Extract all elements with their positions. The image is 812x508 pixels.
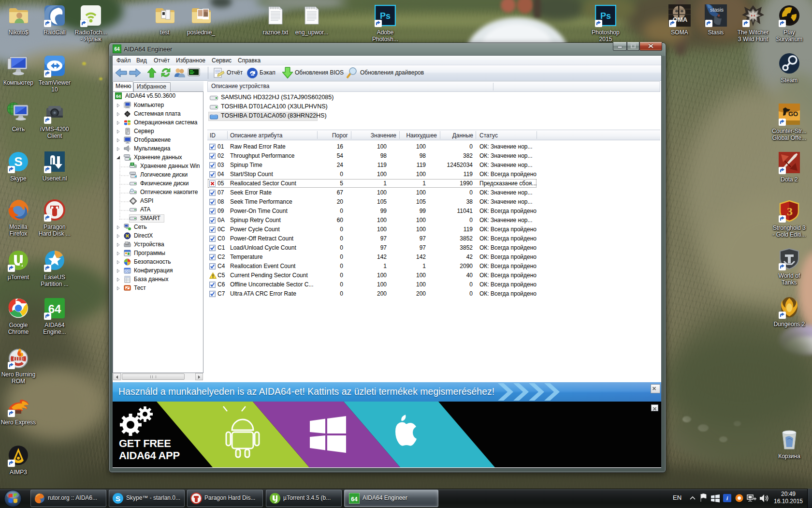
svg-text:S: S [116,494,120,503]
svg-text:GO: GO [788,110,798,118]
svg-text:64: 64 [351,496,358,503]
svg-text:Ps: Ps [600,11,611,21]
svg-text:stasis: stasis [710,7,724,13]
svg-text:3: 3 [787,205,793,218]
svg-text:Ps: Ps [380,11,391,21]
svg-text:S: S [14,154,22,169]
svg-text:64: 64 [116,94,121,99]
